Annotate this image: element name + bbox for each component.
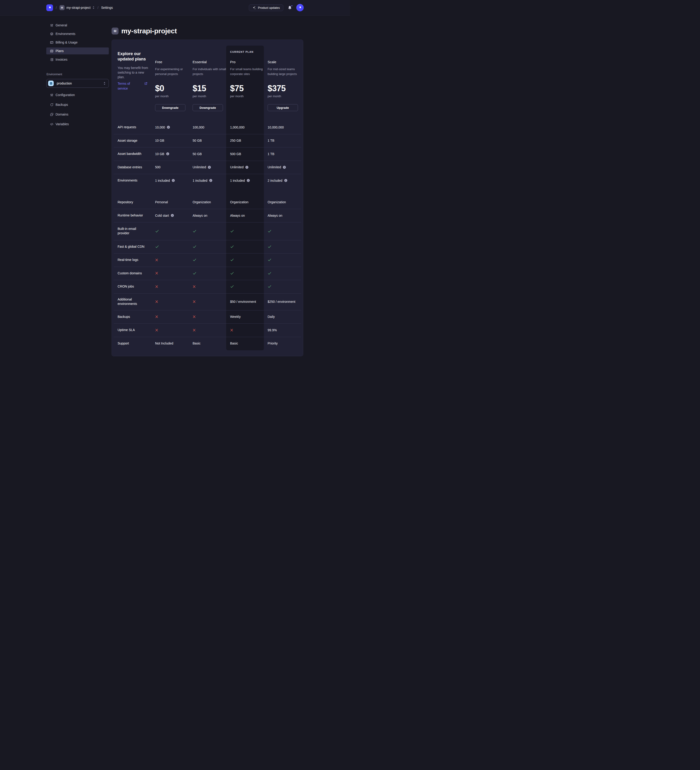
cell-value: Always on — [192, 214, 207, 217]
sidebar-item-backups[interactable]: Backups — [46, 101, 109, 108]
sidebar-item-configuration[interactable]: Configuration — [46, 91, 109, 99]
cell-value: Cold start — [155, 214, 169, 217]
sidebar-project-nav: General Environments Billing & Usage Pla… — [46, 22, 109, 63]
sidebar-item-variables[interactable]: Variables — [46, 121, 109, 128]
cell-value: Unlimited — [192, 165, 206, 169]
check-icon — [268, 245, 272, 249]
check-icon — [155, 245, 159, 249]
cell-value: Organization — [230, 200, 248, 204]
strapi-logo[interactable] — [46, 5, 53, 11]
info-icon[interactable]: i — [167, 126, 170, 129]
cell-value: 100,000 — [192, 126, 204, 129]
notifications-button[interactable] — [288, 6, 292, 10]
sidebar-item-billing[interactable]: Billing & Usage — [46, 39, 109, 46]
upgrade-button[interactable]: Upgrade — [268, 104, 298, 111]
plans-header: Explore our updated plans You may benefi… — [112, 40, 303, 121]
table-cell — [192, 293, 230, 310]
table-cell: 1 includedi — [155, 174, 192, 187]
plan-period: per month — [268, 94, 303, 98]
page-title-text: my-strapi-project — [121, 27, 177, 35]
table-cell: Cold starti — [155, 209, 192, 222]
info-icon[interactable]: i — [284, 179, 287, 182]
cross-icon — [155, 272, 158, 275]
table-row: Asset storage10 GB50 GB250 GB1 TB — [112, 134, 303, 147]
cell-value: 1,000,000 — [230, 126, 244, 129]
breadcrumb-project-name: my-strapi-project — [66, 6, 91, 10]
sidebar-item-label: Environments — [55, 32, 76, 36]
user-avatar[interactable] — [296, 4, 304, 11]
plans-intro: Explore our updated plans You may benefi… — [112, 40, 155, 121]
plan-name: Scale — [268, 60, 303, 64]
table-cell: 500 — [155, 161, 192, 174]
environment-layers-icon — [48, 81, 54, 86]
row-label-text: Fast & global CDN — [118, 244, 144, 249]
plan-column-pro: CURRENT PLANProFor small teams building … — [230, 40, 268, 121]
credit-card-icon — [50, 41, 53, 44]
table-cell — [155, 293, 192, 310]
info-icon[interactable]: i — [166, 152, 169, 155]
table-row: Runtime behaviorCold startiAlways onAlwa… — [112, 209, 303, 222]
table-row: Uptime SLA99.9% — [112, 324, 303, 337]
terms-of-service-link[interactable]: Terms of service — [118, 81, 136, 91]
downgrade-button[interactable]: Downgrade — [192, 104, 223, 111]
cell-value: 10,000,000 — [268, 126, 284, 129]
info-icon[interactable]: i — [283, 166, 286, 169]
sidebar-item-plans[interactable]: Plans — [46, 47, 109, 54]
check-icon — [192, 245, 197, 249]
cell-value: 50 GB — [192, 139, 202, 142]
sparkle-icon — [252, 6, 256, 10]
table-row: Built-in email provider — [112, 222, 303, 240]
downgrade-button[interactable]: Downgrade — [155, 104, 186, 111]
table-cell — [192, 310, 230, 324]
cell-value: 500 — [155, 165, 160, 169]
breadcrumb-project-selector[interactable]: M my-strapi-project — [60, 5, 95, 10]
sidebar-item-label: Invoices — [55, 58, 67, 61]
row-label-text: Built-in email provider — [118, 226, 145, 235]
table-cell: Unlimitedi — [268, 161, 303, 174]
info-icon[interactable]: i — [246, 166, 248, 169]
cell-value: 500 GB — [230, 152, 241, 156]
check-icon — [230, 258, 234, 262]
plan-period: per month — [230, 94, 268, 98]
info-icon[interactable]: i — [171, 214, 174, 217]
table-cell — [268, 280, 303, 293]
table-cell: 250 GB — [230, 134, 268, 147]
plans-comparison-card: Explore our updated plans You may benefi… — [112, 40, 303, 356]
cell-value: Basic — [230, 341, 238, 345]
info-icon[interactable]: i — [208, 166, 211, 169]
cell-value: 1 included — [155, 179, 170, 183]
table-cell: 99.9% — [268, 324, 303, 337]
row-label-text: CRON jobs — [118, 284, 134, 289]
cell-value: 1 included — [230, 179, 245, 183]
sidebar-item-label: General — [55, 23, 67, 27]
info-icon[interactable]: i — [172, 179, 175, 182]
check-icon — [268, 271, 272, 275]
table-cell: 1 TB — [268, 147, 303, 161]
sidebar-item-invoices[interactable]: Invoices — [46, 56, 109, 63]
info-icon[interactable]: i — [247, 179, 250, 182]
sliders-icon — [50, 93, 53, 97]
sidebar-item-label: Billing & Usage — [55, 40, 78, 44]
check-icon — [268, 285, 272, 288]
plan-name: Essential — [192, 60, 230, 64]
sidebar-environment-nav: Configuration Backups Domains Variables — [46, 91, 109, 128]
settings-sidebar: General Environments Billing & Usage Pla… — [46, 22, 109, 130]
environment-select[interactable]: production — [46, 79, 109, 88]
table-cell — [192, 267, 230, 280]
notification-dot — [291, 5, 293, 7]
sidebar-item-domains[interactable]: Domains — [46, 111, 109, 118]
sidebar-item-general[interactable]: General — [46, 22, 109, 29]
sidebar-item-environments[interactable]: Environments — [46, 30, 109, 37]
table-cell: Always on — [192, 209, 230, 222]
table-cell: $250 / environment — [268, 293, 303, 310]
table-cell — [230, 253, 268, 267]
row-label: Runtime behavior — [112, 209, 155, 222]
cell-value: 10,000 — [155, 126, 165, 129]
check-icon — [230, 245, 234, 249]
external-link-icon[interactable] — [144, 82, 147, 85]
product-updates-button[interactable]: Product updates — [249, 5, 283, 11]
page-title: M my-strapi-project — [112, 27, 304, 35]
check-icon — [230, 229, 234, 233]
info-icon[interactable]: i — [209, 179, 212, 182]
refresh-icon — [50, 103, 53, 107]
